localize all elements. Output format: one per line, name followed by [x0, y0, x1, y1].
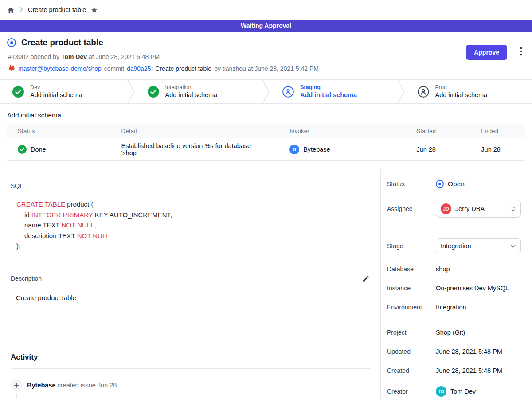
issue-open-time: at June 28, 2021 5:48 PM [89, 53, 160, 60]
issue-header: Create product table #13002 opened by To… [0, 32, 532, 80]
database-label: Database [387, 266, 436, 273]
commit-branch-link[interactable]: master@bytebase-demo/shop [18, 65, 102, 72]
stage-separator [127, 80, 135, 103]
environment-label: Environment [387, 304, 436, 311]
more-actions-icon[interactable] [520, 47, 522, 56]
task-status: Done [31, 146, 46, 153]
sidebar-divider [387, 228, 523, 228]
sql-text: name TEXT [24, 221, 62, 229]
description-text: Create product table [11, 294, 370, 301]
home-icon[interactable] [7, 6, 15, 14]
breadcrumb-page-title[interactable]: Create product table [28, 6, 86, 13]
stage-prod[interactable]: Prod Add initial schema [405, 80, 532, 103]
stage-task-label: Add initial schema [30, 91, 82, 99]
updated-label: Updated [387, 348, 436, 355]
stage-value: Integration [441, 243, 471, 250]
assignee-label: Assignee [387, 205, 436, 212]
task-row[interactable]: Done Established baseline version %s for… [7, 138, 525, 161]
task-section-heading: Add initial schema [7, 111, 525, 119]
task-ended: Jun 28 [470, 138, 525, 161]
activity-feed: Bytebase created issue Jun 28 [11, 379, 370, 391]
sql-keyword: NOT NULL, [62, 221, 96, 229]
stage-env-label: Staging [300, 84, 357, 91]
status-value: Open [448, 180, 465, 188]
commit-hash-link[interactable]: da90a25 [127, 65, 151, 72]
pending-approval-icon [282, 86, 294, 98]
stage-separator [262, 80, 270, 103]
commit-line: master@bytebase-demo/shop commit da90a25… [8, 64, 521, 73]
timeline-line [16, 393, 17, 399]
gitlab-icon [8, 64, 16, 73]
assignee-value: Jerry DBA [455, 205, 485, 212]
commit-message: Create product table [155, 65, 211, 72]
created-label: Created [387, 367, 436, 374]
done-check-icon [18, 145, 27, 154]
sql-statement: CREATE TABLE product ( id INTEGER PRIMAR… [11, 199, 370, 251]
stage-env-label: Prod [435, 84, 488, 91]
task-detail: Established baseline version %s for data… [111, 138, 279, 161]
stage-separator [397, 80, 405, 103]
column-invoker: Invoker [279, 124, 406, 138]
status-open-icon [436, 180, 444, 188]
instance-label: Instance [387, 285, 436, 292]
sql-label: SQL [11, 182, 370, 189]
commit-word: commit [104, 65, 124, 72]
task-table: Status Detail Invoker Started Ended Done… [7, 124, 525, 161]
stage-staging[interactable]: Staging Add initial schema [270, 80, 397, 103]
issue-main-panel: SQL CREATE TABLE product ( id INTEGER PR… [0, 169, 380, 399]
approval-banner: Waiting Approval [0, 20, 532, 32]
activity-heading: Activity [11, 353, 370, 362]
stage-env-label: Integration [165, 84, 218, 91]
task-section: Add initial schema Status Detail Invoker… [0, 111, 532, 161]
edit-pencil-icon[interactable] [362, 275, 370, 282]
sql-keyword: NOT NULL [77, 232, 110, 239]
section-divider [11, 265, 370, 265]
sql-text: product ( [65, 200, 93, 208]
stage-task-label: Add initial schema [300, 91, 357, 99]
bytebase-issue-page: Create product table Waiting Approval Cr… [0, 0, 532, 399]
stage-select[interactable]: Integration [436, 238, 521, 254]
stage-env-label: Dev [30, 84, 82, 91]
task-invoker: Bytebase [303, 146, 330, 153]
pipeline: Dev Add initial schema Integration Add i… [0, 80, 532, 104]
task-table-header: Status Detail Invoker Started Ended [7, 124, 525, 138]
activity-actor: Bytebase [27, 382, 55, 389]
done-check-icon [148, 86, 159, 98]
project-label: Project [387, 329, 436, 336]
sql-keyword: INTEGER PRIMARY [31, 211, 93, 219]
column-started: Started [406, 124, 470, 138]
stage-task-label: Add initial schema [165, 91, 218, 99]
chevron-down-icon [510, 244, 516, 248]
issue-sidebar: Status Open Assignee JD Jerry DBA [380, 169, 532, 399]
created-value: June 28, 2021 5:48 PM [436, 367, 502, 374]
approval-banner-text: Waiting Approval [241, 22, 291, 29]
sql-keyword: CREATE TABLE [16, 200, 65, 208]
issue-title: Create product table [21, 38, 103, 47]
star-icon[interactable] [90, 6, 98, 14]
commit-byline: by tianzhou at June 28, 2021 5:42 PM [214, 65, 319, 72]
database-value[interactable]: shop [436, 266, 450, 273]
creator-label: Creator [387, 388, 436, 395]
sql-text: ); [16, 242, 20, 250]
project-value[interactable]: Shop (Git) [436, 329, 465, 336]
done-check-icon [12, 86, 24, 98]
issue-meta-prefix: #13002 opened by [8, 53, 59, 60]
task-started: Jun 28 [406, 138, 470, 161]
environment-value: Integration [436, 304, 466, 311]
approve-button[interactable]: Approve [466, 45, 507, 60]
stage-label: Stage [387, 243, 436, 250]
sql-text: id [24, 211, 31, 219]
sql-text: KEY AUTO_INCREMENT, [93, 211, 172, 219]
description-label: Description [11, 275, 42, 282]
activity-item: Bytebase created issue Jun 28 [11, 379, 370, 391]
assignee-select[interactable]: JD Jerry DBA [436, 200, 521, 218]
issue-open-icon [7, 38, 16, 47]
activity-action: created issue Jun 28 [58, 382, 117, 389]
issue-author: Tom Dev [61, 53, 87, 60]
stage-integration[interactable]: Integration Add initial schema [135, 80, 262, 103]
stage-dev[interactable]: Dev Add initial schema [0, 80, 127, 103]
activity-divider [11, 368, 370, 369]
column-status: Status [7, 124, 111, 138]
instance-value[interactable]: On-premises Dev MySQL [436, 285, 509, 292]
status-label: Status [387, 180, 436, 188]
